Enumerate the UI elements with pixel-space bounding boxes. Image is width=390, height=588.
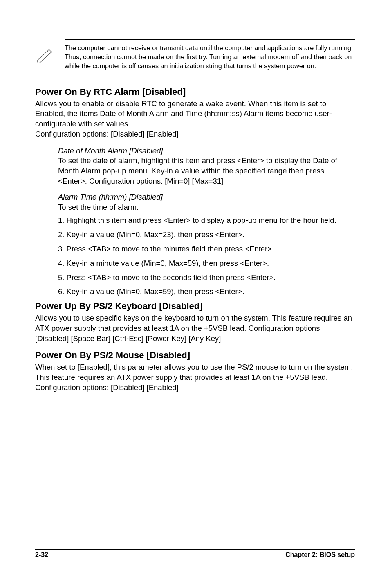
heading-ps2-mouse: Power On By PS/2 Mouse [Disabled] [35,350,355,361]
page-footer: 2-32 Chapter 2: BIOS setup [35,549,355,559]
list-item: 1. Highlight this item and press <Enter>… [58,215,355,226]
subheading-date-alarm: Date of Month Alarm [Disabled] [58,146,355,156]
subsection-date-alarm: Date of Month Alarm [Disabled] To set th… [58,146,355,186]
note-text: The computer cannot receive or transmit … [65,44,355,71]
pencil-icon [35,47,55,63]
steps-list: 1. Highlight this item and press <Enter>… [58,215,355,297]
heading-ps2-keyboard: Power Up By PS/2 Keyboard [Disabled] [35,301,355,312]
list-item: 3. Press <TAB> to move to the minutes fi… [58,244,355,254]
list-item: 4. Key-in a minute value (Min=0, Max=59)… [58,258,355,269]
subheading-alarm-time: Alarm Time (hh:mm) [Disabled] [58,192,355,202]
list-item: 6. Key-in a value (Min=0, Max=59), then … [58,287,355,297]
page-number: 2-32 [35,551,48,559]
body-ps2-mouse: When set to [Enabled], this parameter al… [35,362,355,393]
note-block: The computer cannot receive or transmit … [65,39,355,75]
heading-rtc-alarm: Power On By RTC Alarm [Disabled] [35,87,355,97]
body-date-alarm: To set the date of alarm, highlight this… [58,156,337,185]
chapter-label: Chapter 2: BIOS setup [285,551,355,559]
list-item: 5. Press <TAB> to move to the seconds fi… [58,273,355,283]
list-item: 2. Key-in a value (Min=0, Max=23), then … [58,230,355,240]
body-alarm-time: To set the time of alarm: [58,203,139,211]
body-ps2-keyboard: Allows you to use specific keys on the k… [35,313,355,343]
subsection-alarm-time: Alarm Time (hh:mm) [Disabled] To set the… [58,192,355,213]
body-rtc-alarm: Allows you to enable or disable RTC to g… [35,99,355,139]
